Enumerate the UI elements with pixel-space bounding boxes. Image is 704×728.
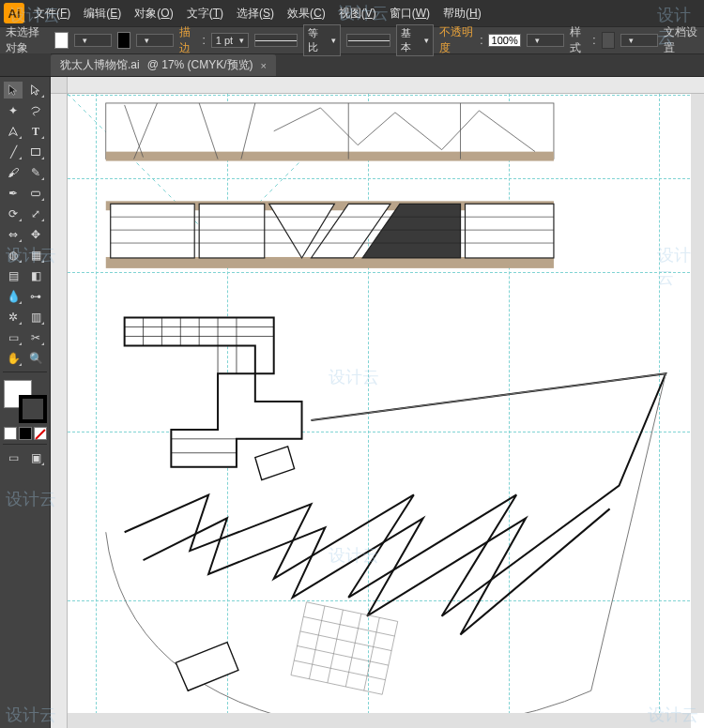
fill-stroke-control[interactable] <box>4 380 47 423</box>
fill-swatch[interactable] <box>54 32 68 49</box>
horizontal-scrollbar[interactable] <box>68 713 691 728</box>
selection-tool[interactable] <box>3 81 23 99</box>
mesh-tool[interactable]: ▤ <box>3 266 23 285</box>
color-mode-none[interactable] <box>34 427 47 440</box>
stroke-swatch[interactable] <box>117 32 130 49</box>
color-mode-gradient[interactable] <box>19 427 32 440</box>
ruler-horizontal[interactable] <box>68 77 704 94</box>
artboard-tool[interactable]: ▭ <box>3 328 23 347</box>
svg-line-37 <box>345 614 361 687</box>
menu-file[interactable]: 文件(F) <box>28 4 76 23</box>
type-tool[interactable]: T <box>25 122 46 141</box>
svg-line-43 <box>311 373 666 420</box>
lasso-tool[interactable] <box>25 101 46 120</box>
menu-type[interactable]: 文字(T) <box>181 4 229 23</box>
brush-dropdown[interactable]: 基本▾ <box>396 24 434 56</box>
artboard[interactable] <box>68 94 704 728</box>
column-graph-tool[interactable]: ▥ <box>25 308 46 326</box>
stroke-weight-field[interactable]: 1 pt▾ <box>211 33 249 48</box>
menu-view[interactable]: 视图(V) <box>333 4 382 23</box>
svg-line-39 <box>303 616 394 636</box>
control-bar: 未选择对象 ▾ ▾ 描边: 1 pt▾ 等比▾ 基本▾ 不透明度: 100% ▾… <box>0 26 704 54</box>
zoom-tool[interactable]: 🔍 <box>25 349 46 368</box>
eraser-tool[interactable] <box>25 184 46 203</box>
menu-list: 文件(F) 编辑(E) 对象(O) 文字(T) 选择(S) 效果(C) 视图(V… <box>28 4 487 23</box>
rotate-tool[interactable]: ⟳ <box>3 205 23 223</box>
ruler-origin[interactable] <box>51 77 68 94</box>
style-label: 样式 <box>570 24 588 56</box>
svg-rect-34 <box>291 602 398 694</box>
close-icon[interactable]: × <box>261 60 267 71</box>
stroke-profile[interactable] <box>254 34 298 47</box>
svg-rect-18 <box>111 204 194 258</box>
menu-window[interactable]: 窗口(W) <box>384 4 436 23</box>
svg-line-36 <box>328 610 344 683</box>
color-mode-fill[interactable] <box>4 427 17 440</box>
hand-tool[interactable]: ✋ <box>3 349 23 368</box>
pen-tool[interactable] <box>3 122 23 141</box>
opacity-label[interactable]: 不透明度 <box>439 24 474 56</box>
shape-builder-tool[interactable]: ◍ <box>3 246 23 265</box>
blend-tool[interactable]: ⊶ <box>25 287 46 306</box>
svg-rect-1 <box>32 191 40 195</box>
opacity-field[interactable]: 100% <box>488 34 520 47</box>
svg-line-41 <box>298 645 389 665</box>
rectangle-tool[interactable] <box>25 143 46 161</box>
svg-rect-19 <box>199 204 265 258</box>
tab-zoom-mode: @ 17% (CMYK/预览) <box>147 57 253 73</box>
menu-edit[interactable]: 编辑(E) <box>78 4 127 23</box>
selection-status: 未选择对象 <box>6 24 49 56</box>
symbol-sprayer-tool[interactable]: ✲ <box>3 308 23 326</box>
toolbox: ✦ T ╱ 🖌 ✎ ✒ ⟳ ⤢ ⇔ ✥ ◍ ▦ <box>0 77 51 728</box>
paintbrush-tool[interactable]: 🖌 <box>3 163 23 182</box>
width-tool[interactable]: ⇔ <box>3 225 23 244</box>
fill-dropdown[interactable]: ▾ <box>74 34 112 47</box>
stroke-label[interactable]: 描边 <box>179 24 197 56</box>
canvas-area <box>51 77 704 728</box>
slice-tool[interactable]: ✂ <box>25 328 46 347</box>
scale-tool[interactable]: ⤢ <box>25 205 46 223</box>
gradient-tool[interactable]: ◧ <box>25 266 46 285</box>
menu-help[interactable]: 帮助(H) <box>437 4 487 23</box>
app-logo: Ai <box>4 3 24 23</box>
document-tabbar: 犹太人博物馆.ai @ 17% (CMYK/预览) × <box>0 54 704 77</box>
menu-object[interactable]: 对象(O) <box>129 4 178 23</box>
stroke-dropdown[interactable]: ▾ <box>136 34 174 47</box>
svg-line-38 <box>364 617 380 690</box>
style-swatch[interactable] <box>602 32 615 49</box>
menu-effect[interactable]: 效果(C) <box>282 4 331 23</box>
profile-dropdown[interactable]: 等比▾ <box>303 24 341 56</box>
pencil-tool[interactable]: ✎ <box>25 163 46 182</box>
direct-selection-tool[interactable] <box>25 81 46 99</box>
svg-line-35 <box>309 606 325 679</box>
menubar: Ai 文件(F) 编辑(E) 对象(O) 文字(T) 选择(S) 效果(C) 视… <box>0 0 704 26</box>
artwork[interactable] <box>68 94 704 728</box>
tab-filename: 犹太人博物馆.ai <box>60 57 140 73</box>
svg-line-40 <box>300 631 391 651</box>
document-tab[interactable]: 犹太人博物馆.ai @ 17% (CMYK/预览) × <box>51 54 276 76</box>
doc-setup-button[interactable]: 文档设置 <box>664 24 698 56</box>
brush-preview[interactable] <box>346 34 390 47</box>
perspective-grid-tool[interactable]: ▦ <box>25 246 46 265</box>
svg-rect-17 <box>106 257 554 268</box>
vertical-scrollbar[interactable] <box>691 94 704 713</box>
eyedropper-tool[interactable]: 💧 <box>3 287 23 306</box>
svg-rect-20 <box>466 204 554 258</box>
ruler-vertical[interactable] <box>51 94 68 728</box>
svg-rect-0 <box>32 149 40 156</box>
screen-mode-full[interactable]: ▣ <box>25 448 46 467</box>
svg-line-42 <box>294 660 385 680</box>
free-transform-tool[interactable]: ✥ <box>25 225 46 244</box>
screen-mode-normal[interactable]: ▭ <box>3 448 23 467</box>
magic-wand-tool[interactable]: ✦ <box>3 101 23 120</box>
blob-brush-tool[interactable]: ✒ <box>3 184 23 203</box>
line-tool[interactable]: ╱ <box>3 143 23 161</box>
svg-rect-8 <box>106 103 554 159</box>
stroke-box[interactable] <box>19 395 47 423</box>
svg-rect-9 <box>106 152 554 161</box>
workspace: ✦ T ╱ 🖌 ✎ ✒ ⟳ ⤢ ⇔ ✥ ◍ ▦ <box>0 77 704 728</box>
opacity-dropdown[interactable]: ▾ <box>527 34 564 47</box>
style-dropdown[interactable]: ▾ <box>620 34 658 47</box>
menu-select[interactable]: 选择(S) <box>231 4 280 23</box>
